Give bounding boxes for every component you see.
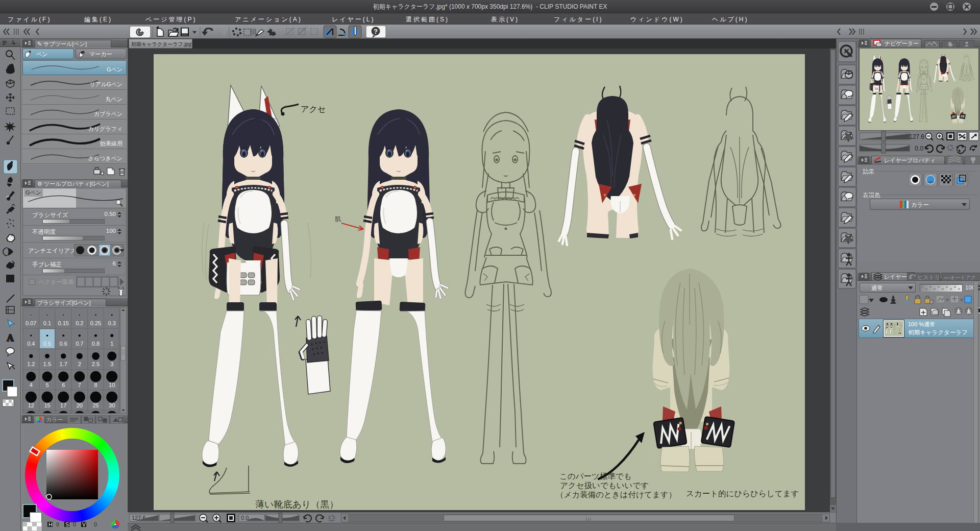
svg-text:0.07: 0.07: [26, 320, 36, 326]
svg-text:0.3: 0.3: [108, 320, 116, 326]
svg-text:V: V: [82, 521, 86, 527]
svg-text:0.2: 0.2: [76, 320, 83, 326]
svg-text:0.5: 0.5: [43, 341, 51, 347]
svg-text:0: 0: [94, 521, 97, 527]
svg-text:1: 1: [110, 341, 113, 347]
svg-text:?: ?: [374, 28, 378, 35]
svg-text:17: 17: [60, 402, 66, 408]
svg-text:このパーツ標準でも: このパーツ標準でも: [559, 472, 632, 480]
svg-text:丸ペン: 丸ペン: [105, 96, 122, 102]
svg-text:2.5: 2.5: [92, 361, 100, 367]
svg-text:0.1: 0.1: [43, 320, 51, 326]
svg-text:20: 20: [77, 402, 83, 408]
svg-text:12: 12: [28, 402, 34, 408]
svg-text:0.6: 0.6: [60, 341, 67, 347]
svg-text:0: 0: [56, 521, 59, 527]
svg-text:8: 8: [94, 382, 97, 388]
svg-text:（メカ装備のときは付けてます）: （メカ装備のときは付けてます）: [556, 490, 676, 499]
svg-text:127.6: 127.6: [909, 133, 924, 140]
svg-text:カブラペン: カブラペン: [94, 111, 122, 117]
svg-text:10: 10: [109, 382, 115, 388]
svg-text:0.4: 0.4: [27, 341, 35, 347]
svg-text:0.25: 0.25: [90, 320, 101, 326]
svg-text:15: 15: [44, 402, 50, 408]
svg-text:0.7: 0.7: [76, 341, 83, 347]
svg-text:1.2: 1.2: [27, 361, 35, 367]
svg-text:30: 30: [109, 402, 115, 408]
svg-text:0.15: 0.15: [58, 320, 68, 326]
svg-text:0.8: 0.8: [92, 341, 100, 347]
svg-text:リアルGペン: リアルGペン: [89, 81, 122, 87]
svg-text:薄い靴底あり（黒）: 薄い靴底あり（黒）: [255, 499, 338, 510]
svg-text:1.7: 1.7: [60, 361, 67, 367]
svg-text:0.0: 0.0: [915, 145, 923, 152]
svg-text:5: 5: [45, 382, 48, 388]
svg-text:0: 0: [73, 521, 76, 527]
svg-text:Gペン: Gペン: [107, 66, 122, 73]
svg-text:3: 3: [110, 361, 113, 367]
svg-text:アクセ: アクセ: [301, 105, 326, 113]
svg-text:アクセ扱いでもいいです: アクセ扱いでもいいです: [560, 481, 649, 490]
svg-text:ざらつきペン: ざらつきペン: [88, 155, 122, 161]
svg-text:6: 6: [62, 382, 65, 388]
svg-text:A: A: [7, 332, 14, 343]
svg-text:2: 2: [78, 361, 81, 367]
svg-text:7: 7: [78, 382, 81, 388]
svg-text:H: H: [48, 521, 53, 527]
svg-text:肌: 肌: [335, 215, 341, 223]
svg-text:カリグラフィ: カリグラフィ: [88, 126, 122, 132]
svg-text:4: 4: [30, 382, 33, 388]
svg-text:1.5: 1.5: [43, 361, 51, 367]
svg-text:0.0: 0.0: [241, 515, 249, 521]
svg-text:スカート的にひらひらしてます: スカート的にひらひらしてます: [686, 489, 799, 498]
svg-text:効果線用: 効果線用: [100, 140, 122, 147]
svg-text:S: S: [65, 521, 69, 527]
svg-text:25: 25: [92, 402, 99, 408]
